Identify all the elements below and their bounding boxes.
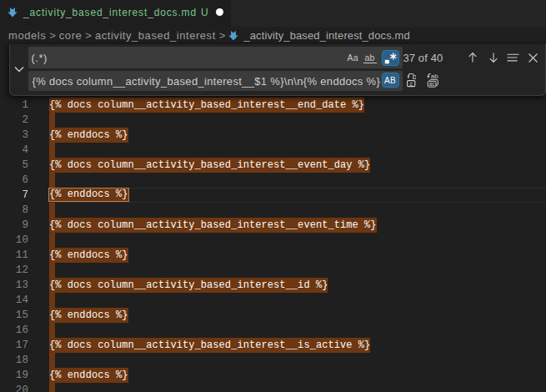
svg-text:ab: ab <box>431 73 438 80</box>
svg-text:c: c <box>409 81 413 87</box>
svg-text:ac: ac <box>429 81 436 87</box>
svg-text:b: b <box>413 73 416 81</box>
